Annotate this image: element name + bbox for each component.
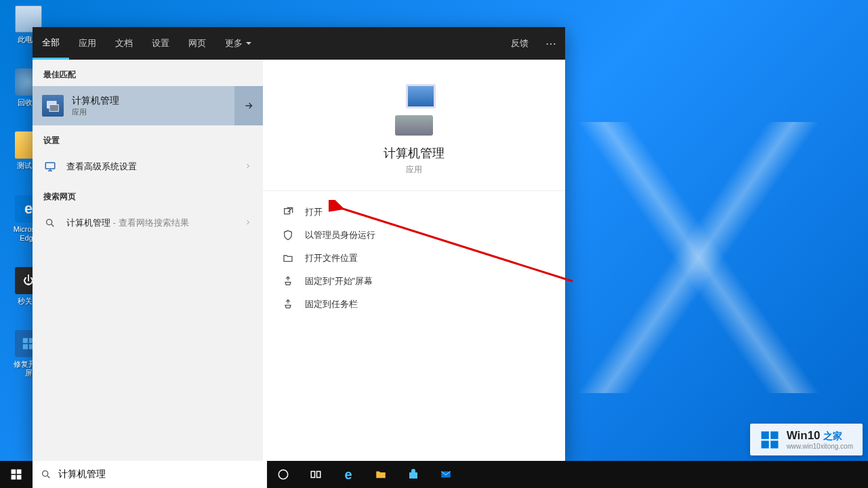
action-label: 固定到任务栏 bbox=[305, 298, 358, 310]
svg-rect-14 bbox=[12, 470, 16, 474]
best-match-subtitle: 应用 bbox=[72, 107, 119, 117]
preview-actions: 打开 以管理员身份运行 打开文件位置 固定到"开始"屏幕 bbox=[263, 191, 565, 325]
search-icon bbox=[41, 469, 51, 480]
preview-title: 计算机管理 bbox=[263, 145, 565, 161]
taskbar-edge[interactable]: e bbox=[332, 461, 365, 488]
settings-item-advanced-system[interactable]: 查看高级系统设置 bbox=[33, 152, 263, 182]
computer-mgmt-icon bbox=[42, 95, 64, 117]
action-label: 打开 bbox=[305, 206, 323, 218]
preview-subtitle: 应用 bbox=[263, 164, 565, 176]
svg-rect-12 bbox=[761, 441, 768, 448]
search-input[interactable] bbox=[58, 469, 259, 480]
chevron-right-icon bbox=[244, 217, 252, 229]
action-open[interactable]: 打开 bbox=[263, 201, 565, 224]
search-panel: 全部 应用 文档 设置 网页 更多 反馈 ⋯ 最佳匹配 计算机管理 bbox=[33, 27, 565, 461]
action-open-location[interactable]: 打开文件位置 bbox=[263, 247, 565, 270]
tab-apps[interactable]: 应用 bbox=[69, 27, 106, 60]
tab-documents[interactable]: 文档 bbox=[106, 27, 142, 60]
expand-arrow-button[interactable] bbox=[234, 86, 263, 125]
tab-settings[interactable]: 设置 bbox=[142, 27, 179, 60]
taskbar-search[interactable] bbox=[33, 461, 267, 488]
svg-point-7 bbox=[47, 220, 52, 225]
svg-rect-21 bbox=[317, 472, 321, 478]
action-label: 以管理员身份运行 bbox=[305, 229, 375, 241]
windows-logo-icon bbox=[760, 430, 780, 450]
action-run-admin[interactable]: 以管理员身份运行 bbox=[263, 224, 565, 247]
svg-rect-11 bbox=[770, 431, 778, 439]
svg-rect-17 bbox=[17, 475, 22, 480]
search-icon bbox=[43, 216, 57, 230]
shield-icon bbox=[282, 229, 294, 241]
feedback-button[interactable]: 反馈 bbox=[501, 27, 538, 60]
web-item-text: 计算机管理 - 查看网络搜索结果 bbox=[66, 217, 234, 229]
section-header-web: 搜索网页 bbox=[33, 182, 263, 208]
open-icon bbox=[282, 206, 294, 218]
svg-rect-10 bbox=[761, 431, 768, 439]
pin-icon bbox=[282, 275, 294, 287]
section-header-best-match: 最佳匹配 bbox=[33, 60, 263, 86]
section-header-settings: 设置 bbox=[33, 125, 263, 152]
svg-point-19 bbox=[278, 470, 288, 479]
tab-all[interactable]: 全部 bbox=[33, 27, 69, 60]
best-match-title: 计算机管理 bbox=[72, 95, 119, 107]
pin-icon bbox=[282, 298, 294, 310]
monitor-icon bbox=[43, 160, 57, 174]
tab-web[interactable]: 网页 bbox=[179, 27, 215, 60]
chevron-right-icon bbox=[244, 161, 252, 173]
wallpaper-light bbox=[529, 122, 868, 393]
svg-rect-16 bbox=[12, 475, 16, 480]
folder-icon bbox=[282, 252, 294, 264]
best-match-item[interactable]: 计算机管理 应用 bbox=[33, 86, 263, 125]
svg-rect-6 bbox=[45, 163, 55, 169]
action-pin-taskbar[interactable]: 固定到任务栏 bbox=[263, 293, 565, 316]
web-search-item[interactable]: 计算机管理 - 查看网络搜索结果 bbox=[33, 208, 263, 238]
taskbar-explorer[interactable] bbox=[365, 461, 397, 488]
settings-item-label: 查看高级系统设置 bbox=[66, 161, 234, 173]
svg-rect-0 bbox=[23, 338, 28, 343]
svg-rect-15 bbox=[17, 470, 22, 474]
search-tabs: 全部 应用 文档 设置 网页 更多 反馈 ⋯ bbox=[33, 27, 565, 60]
taskbar-store[interactable] bbox=[397, 461, 430, 488]
svg-rect-20 bbox=[311, 472, 314, 478]
tab-more[interactable]: 更多 bbox=[215, 27, 261, 60]
taskbar: e bbox=[0, 461, 868, 488]
task-view-button[interactable] bbox=[299, 461, 332, 488]
svg-rect-5 bbox=[49, 104, 58, 111]
svg-rect-13 bbox=[770, 441, 778, 448]
watermark-url: www.win10xitong.com bbox=[787, 443, 853, 450]
more-options-button[interactable]: ⋯ bbox=[538, 27, 565, 60]
svg-point-18 bbox=[43, 471, 48, 476]
action-label: 固定到"开始"屏幕 bbox=[305, 275, 373, 287]
cortana-button[interactable] bbox=[267, 461, 299, 488]
action-pin-start[interactable]: 固定到"开始"屏幕 bbox=[263, 270, 565, 293]
taskbar-mail[interactable] bbox=[430, 461, 462, 488]
search-preview-pane: 计算机管理 应用 打开 以管理员身份运行 打开文件位置 bbox=[263, 60, 565, 461]
computer-mgmt-large-icon bbox=[388, 84, 440, 136]
svg-rect-2 bbox=[23, 344, 28, 349]
start-button[interactable] bbox=[0, 461, 33, 488]
watermark: Win10 之家 www.win10xitong.com bbox=[750, 424, 863, 455]
action-label: 打开文件位置 bbox=[305, 252, 358, 264]
search-results-list: 最佳匹配 计算机管理 应用 设置 bbox=[33, 60, 263, 461]
